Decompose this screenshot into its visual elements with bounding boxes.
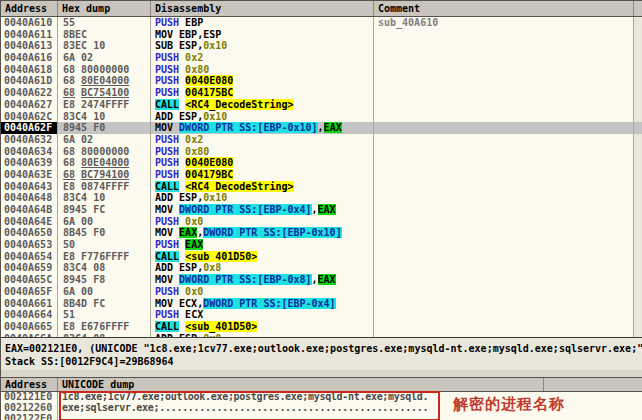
row-filler [634, 239, 642, 251]
dump-address-cell: 002122E0 [1, 414, 58, 420]
hex-dump-cell: 8945 F0 [58, 122, 151, 134]
row-filler [634, 227, 642, 239]
disasm-row[interactable]: 0040A6326A 02PUSH 0x2 [1, 134, 642, 146]
address-cell: 0040A648 [1, 192, 58, 204]
disasm-row[interactable]: 0040A6508B45 F0MOV EAX,DWORD PTR SS:[EBP… [1, 227, 642, 239]
disasm-row[interactable]: 0040A65F6A 00PUSH 0x0 [1, 286, 642, 298]
dump-unicode-cell: ........................................… [58, 414, 642, 420]
disassembly-cell: PUSH ECX [151, 309, 374, 321]
register-hint-line: EAX=002121E0, (UNICODE "1c8.exe;1cv77.ex… [5, 342, 642, 355]
disassembly-cell: ADD ESP,0x10 [151, 111, 374, 123]
disasm-row[interactable]: 0040A63E68 BC794100PUSH 004179BC [1, 169, 642, 181]
disasm-row[interactable]: 0040A62268 BC754100PUSH 004175BC [1, 87, 642, 99]
disassembly-cell: MOV DWORD PTR SS:[EBP-0x4],EAX [151, 204, 374, 216]
disasm-row[interactable]: 0040A61868 80000000PUSH 0x80 [1, 64, 642, 76]
row-filler [634, 204, 642, 216]
disassembly-cell: ADD ESP,0x10 [151, 192, 374, 204]
row-filler [634, 75, 642, 87]
disassembly-cell: CALL <sub_401D50> [151, 321, 374, 333]
comment-cell [374, 122, 634, 134]
row-filler [634, 64, 642, 76]
address-cell: 0040A654 [1, 251, 58, 263]
column-header-address[interactable]: Address [1, 1, 58, 16]
address-cell: 0040A65C [1, 274, 58, 286]
address-cell: 0040A64E [1, 216, 58, 228]
comment-cell [374, 29, 634, 41]
column-header-filler [634, 1, 642, 16]
comment-cell [374, 251, 634, 263]
disasm-row[interactable]: 0040A64883C4 10ADD ESP,0x10 [1, 192, 642, 204]
disasm-row[interactable]: 0040A65C8945 F8MOV DWORD PTR SS:[EBP-0x8… [1, 274, 642, 286]
hex-dump-cell: E8 E676FFFF [58, 321, 151, 333]
hex-dump-cell: 51 [58, 309, 151, 321]
disasm-row[interactable]: 0040A66451PUSH ECX [1, 309, 642, 321]
dump-column-header-address[interactable]: Address [1, 378, 58, 391]
dump-column-header-unicode[interactable]: UNICODE dump [58, 378, 544, 391]
column-header-hexdump[interactable]: Hex dump [58, 1, 151, 16]
column-header-disassembly[interactable]: Disassembly [151, 1, 374, 16]
disasm-row[interactable]: 0040A61383EC 10SUB ESP,0x10 [1, 40, 642, 52]
disassembly-cell: PUSH 0x0 [151, 216, 374, 228]
comment-cell [374, 75, 634, 87]
disasm-row[interactable]: 0040A6618B4D FCMOV ECX,DWORD PTR SS:[EBP… [1, 298, 642, 310]
disassembly-header-row: Address Hex dump Disassembly Comment [1, 1, 642, 17]
disasm-row[interactable]: 0040A63468 80000000PUSH 0x80 [1, 146, 642, 158]
disasm-row[interactable]: 0040A654E8 F776FFFFCALL <sub_401D50> [1, 251, 642, 263]
column-header-comment[interactable]: Comment [374, 1, 634, 16]
debugger-window: Address Hex dump Disassembly Comment 004… [0, 0, 642, 420]
hex-dump-cell: 68 80000000 [58, 146, 151, 158]
row-filler [634, 146, 642, 158]
comment-cell [374, 321, 634, 333]
disasm-row[interactable]: 0040A64B8945 FCMOV DWORD PTR SS:[EBP-0x4… [1, 204, 642, 216]
disassembly-cell: MOV ECX,DWORD PTR SS:[EBP-0x4] [151, 298, 374, 310]
address-cell: 0040A622 [1, 87, 58, 99]
address-cell: 0040A643 [1, 181, 58, 193]
row-filler [634, 99, 642, 111]
disassembly-cell: PUSH 0x80 [151, 64, 374, 76]
disasm-row[interactable]: 0040A66A83C4 08ADD ESP,0x8 [1, 333, 642, 337]
comment-cell [374, 99, 634, 111]
comment-cell [374, 169, 634, 181]
disassembly-cell: PUSH 004175BC [151, 87, 374, 99]
comment-cell [374, 40, 634, 52]
annotation-text: 解密的进程名称 [453, 395, 565, 414]
disasm-row[interactable]: 0040A61D68 80E04000PUSH 0040E080 [1, 75, 642, 87]
disassembly-cell: ADD ESP,0x8 [151, 333, 374, 337]
disasm-row[interactable]: 0040A665E8 E676FFFFCALL <sub_401D50> [1, 321, 642, 333]
hex-dump-cell: 83C4 08 [58, 333, 151, 337]
row-filler [634, 333, 642, 337]
disassembly-cell: PUSH 0x0 [151, 286, 374, 298]
disasm-row[interactable]: 0040A65983C4 08ADD ESP,0x8 [1, 262, 642, 274]
row-filler [634, 29, 642, 41]
disasm-row[interactable]: 0040A61055PUSH EBPsub_40A610 [1, 17, 642, 29]
disasm-row[interactable]: 0040A643E8 0874FFFFCALL <RC4_DecodeStrin… [1, 181, 642, 193]
disassembly-cell: MOV EAX,DWORD PTR SS:[EBP-0x10] [151, 227, 374, 239]
hex-dump-cell: 68 80E04000 [58, 75, 151, 87]
dump-row[interactable]: 002122E0................................… [1, 414, 642, 420]
disasm-row[interactable]: 0040A63968 80E04000PUSH 0040E080 [1, 157, 642, 169]
row-filler [634, 321, 642, 333]
disasm-row[interactable]: 0040A65350PUSH EAX [1, 239, 642, 251]
hex-dump-cell: 83C4 10 [58, 192, 151, 204]
disasm-row-selected[interactable]: 0040A62F8945 F0MOV DWORD PTR SS:[EBP-0x1… [1, 122, 642, 134]
disasm-row[interactable]: 0040A6118BECMOV EBP,ESP [1, 29, 642, 41]
row-filler [634, 111, 642, 123]
hex-dump-cell: 68 BC794100 [58, 169, 151, 181]
disasm-row[interactable]: 0040A64E6A 00PUSH 0x0 [1, 216, 642, 228]
row-filler [634, 157, 642, 169]
hex-dump-cell: 83C4 10 [58, 111, 151, 123]
disassembly-cell: PUSH 004179BC [151, 169, 374, 181]
comment-cell [374, 262, 634, 274]
row-filler [634, 309, 642, 321]
disasm-row[interactable]: 0040A62C83C4 10ADD ESP,0x10 [1, 111, 642, 123]
disasm-row[interactable]: 0040A627E8 2474FFFFCALL <RC4_DecodeStrin… [1, 99, 642, 111]
comment-cell [374, 333, 634, 337]
row-filler [634, 52, 642, 64]
comment-cell [374, 286, 634, 298]
comment-cell [374, 64, 634, 76]
disassembly-cell: PUSH 0040E080 [151, 75, 374, 87]
hex-dump-cell: E8 0874FFFF [58, 181, 151, 193]
address-cell: 0040A66A [1, 333, 58, 337]
address-cell: 0040A618 [1, 64, 58, 76]
disasm-row[interactable]: 0040A6166A 02PUSH 0x2 [1, 52, 642, 64]
